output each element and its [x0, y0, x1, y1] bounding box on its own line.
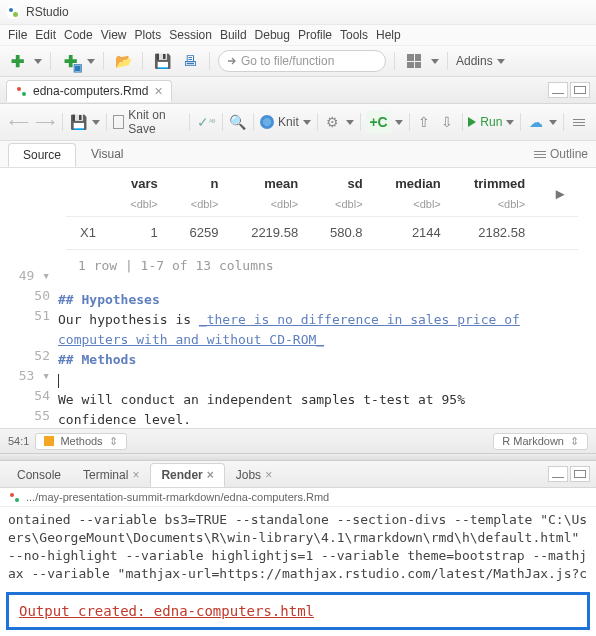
pane-splitter[interactable]: [0, 453, 596, 461]
goto-arrow-icon: [227, 56, 237, 66]
main-menubar: File Edit Code View Plots Session Build …: [0, 25, 596, 46]
menu-code[interactable]: Code: [64, 28, 93, 42]
tab-jobs[interactable]: Jobs×: [225, 463, 283, 487]
find-replace-button[interactable]: 🔍: [228, 111, 247, 133]
code-area[interactable]: vars<dbl> n<dbl> mean<dbl> sd<dbl> media…: [58, 168, 596, 428]
window-title: RStudio: [26, 5, 69, 19]
tab-source[interactable]: Source: [8, 143, 76, 167]
menu-view[interactable]: View: [101, 28, 127, 42]
insert-caret-icon[interactable]: [395, 120, 403, 125]
chunk-output: vars<dbl> n<dbl> mean<dbl> sd<dbl> media…: [66, 172, 588, 282]
close-icon[interactable]: ×: [207, 468, 214, 482]
window-titlebar: RStudio: [0, 0, 596, 25]
editor-body: 49 ▾ 50 51 52 53 ▾ 54 55 vars<dbl> n<dbl…: [0, 168, 596, 428]
next-chunk-button[interactable]: ⇩: [438, 111, 456, 133]
pane-maximize-button[interactable]: [570, 82, 590, 98]
forward-button[interactable]: ⟶: [34, 111, 56, 133]
new-file-button[interactable]: ✚: [6, 50, 28, 72]
editor-tab-filename: edna-computers.Rmd: [33, 84, 148, 98]
knit-caret-icon[interactable]: [303, 120, 311, 125]
yarn-icon: [260, 115, 274, 129]
table-next-cols-button[interactable]: ▸: [539, 172, 577, 217]
code-line: Our hypothesis is _there is no differenc…: [58, 310, 596, 330]
run-caret-icon[interactable]: [506, 120, 514, 125]
render-path-bar: .../may-presentation-summit-rmarkdown/ed…: [0, 488, 596, 507]
tab-console[interactable]: Console: [6, 463, 72, 487]
tab-visual[interactable]: Visual: [76, 142, 138, 166]
knit-on-save-checkbox[interactable]: [113, 115, 125, 129]
table-footer: 1 row | 1-7 of 13 columns: [66, 250, 588, 282]
cursor-position: 54:1: [8, 435, 29, 447]
menu-help[interactable]: Help: [376, 28, 401, 42]
text-cursor-icon: [58, 374, 59, 388]
pane-maximize-button[interactable]: [570, 466, 590, 482]
workspace-caret-icon[interactable]: [431, 59, 439, 64]
menu-file[interactable]: File: [8, 28, 27, 42]
document-options-button[interactable]: ⚙: [324, 111, 342, 133]
code-line: [58, 370, 596, 390]
menu-build[interactable]: Build: [220, 28, 247, 42]
close-icon[interactable]: ×: [132, 468, 139, 482]
editor-tabbar: edna-computers.Rmd ×: [0, 77, 596, 104]
fold-icon[interactable]: ▾: [42, 268, 50, 283]
menu-edit[interactable]: Edit: [35, 28, 56, 42]
menu-profile[interactable]: Profile: [298, 28, 332, 42]
pane-minimize-button[interactable]: [548, 82, 568, 98]
language-selector[interactable]: R Markdown ⇕: [493, 433, 588, 450]
tab-terminal[interactable]: Terminal×: [72, 463, 150, 487]
outline-lines-icon: [534, 151, 546, 158]
pane-minimize-button[interactable]: [548, 466, 568, 482]
new-project-button[interactable]: ▣✚: [59, 50, 81, 72]
save-file-button[interactable]: 💾: [69, 111, 88, 133]
run-button[interactable]: Run: [468, 115, 502, 129]
save-caret-icon[interactable]: [92, 120, 100, 125]
save-button[interactable]: 💾: [151, 50, 173, 72]
rstudio-logo-icon: [6, 5, 20, 19]
output-created-message: Output created: edna-computers.html: [6, 592, 590, 630]
goto-placeholder: Go to file/function: [241, 54, 334, 68]
section-icon: [44, 436, 54, 446]
save-all-button[interactable]: 🖶: [179, 50, 201, 72]
tab-render[interactable]: Render×: [150, 463, 224, 487]
line-gutter: 49 ▾ 50 51 52 53 ▾ 54 55: [0, 168, 58, 428]
render-log[interactable]: ontained --variable bs3=TRUE --standalon…: [0, 507, 596, 586]
table-header-row: vars<dbl> n<dbl> mean<dbl> sd<dbl> media…: [66, 172, 578, 217]
console-tabbar: Console Terminal× Render× Jobs×: [0, 461, 596, 488]
code-line: We will conduct an independent samples t…: [58, 390, 596, 410]
editor-toolbar: ⟵ ⟶ 💾 Knit on Save ✓ᴬᴮ 🔍 Knit ⚙ +C ⇧ ⇩ R…: [0, 104, 596, 141]
new-file-caret-icon[interactable]: [34, 59, 42, 64]
open-file-button[interactable]: 📂: [112, 50, 134, 72]
code-line: ## Methods: [58, 350, 596, 370]
prev-chunk-button[interactable]: ⇧: [415, 111, 433, 133]
pub-caret-icon[interactable]: [549, 120, 557, 125]
close-icon[interactable]: ×: [265, 468, 272, 482]
close-tab-icon[interactable]: ×: [154, 86, 162, 96]
workspace-panes-button[interactable]: [403, 50, 425, 72]
section-navigator[interactable]: Methods ⇕: [35, 433, 126, 450]
insert-chunk-button[interactable]: +C: [366, 111, 390, 133]
main-toolbar: ✚ ▣✚ 📂 💾 🖶 Go to file/function Addins: [0, 46, 596, 77]
outline-button[interactable]: Outline: [534, 147, 588, 161]
knit-button[interactable]: Knit: [260, 115, 299, 129]
menu-tools[interactable]: Tools: [340, 28, 368, 42]
back-button[interactable]: ⟵: [8, 111, 30, 133]
code-line: ## Hypotheses: [58, 290, 596, 310]
publish-button[interactable]: ☁: [527, 111, 545, 133]
spellcheck-button[interactable]: ✓ᴬᴮ: [196, 111, 216, 133]
fold-icon[interactable]: ▾: [42, 368, 50, 383]
editor-file-tab[interactable]: edna-computers.Rmd ×: [6, 80, 172, 102]
menu-session[interactable]: Session: [169, 28, 212, 42]
new-project-caret-icon[interactable]: [87, 59, 95, 64]
rmd-file-icon: [8, 491, 20, 503]
play-icon: [468, 117, 476, 127]
addins-menu[interactable]: Addins: [456, 54, 505, 68]
editor-statusbar: 54:1 Methods ⇕ R Markdown ⇕: [0, 428, 596, 453]
source-visual-tabbar: Source Visual Outline: [0, 141, 596, 168]
menu-plots[interactable]: Plots: [135, 28, 162, 42]
code-line: computers with and without CD-ROM_: [58, 330, 596, 350]
table-row: X1 1 6259 2219.58 580.8 2144 2182.58: [66, 217, 578, 250]
menu-debug[interactable]: Debug: [255, 28, 290, 42]
show-outline-toggle[interactable]: [570, 111, 588, 133]
goto-file-function-input[interactable]: Go to file/function: [218, 50, 386, 72]
options-caret-icon[interactable]: [346, 120, 354, 125]
